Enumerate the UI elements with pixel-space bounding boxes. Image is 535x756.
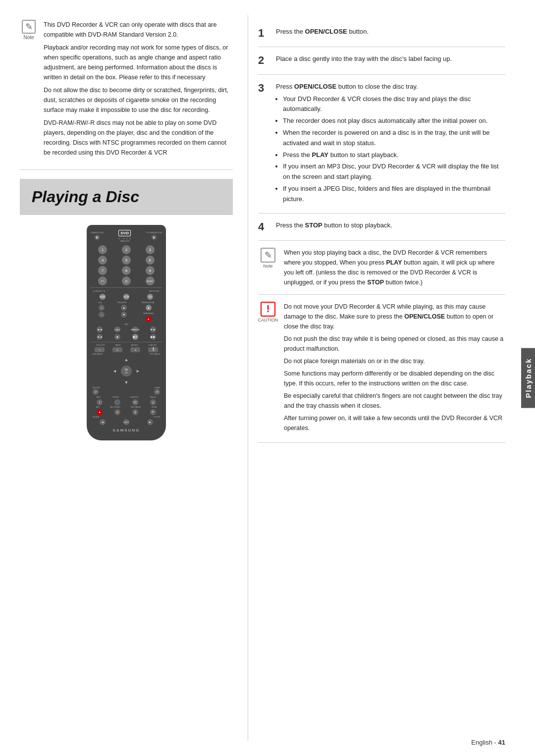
- step-2-content: Place a disc gently into the tray with t…: [276, 54, 452, 67]
- caution-section: ! CAUTION Do not move your DVD Recorder …: [258, 295, 505, 443]
- step-3: 3 Press OPEN/CLOSE button to close the d…: [258, 75, 505, 214]
- caution-icon: ! CAUTION: [258, 302, 278, 435]
- page-separator: -: [492, 739, 498, 746]
- note-mid-section: ✎ Note When you stop playing back a disc…: [258, 241, 505, 295]
- step-3-content: Press OPEN/CLOSE button to close the dis…: [276, 82, 505, 206]
- dvd-logo: DVD: [118, 230, 131, 236]
- page-num: 41: [498, 739, 505, 746]
- note-mid-icon: ✎ Note: [258, 248, 278, 287]
- step-3-bullets: Your DVD Recorder & VCR closes the disc …: [276, 94, 505, 205]
- note-para-4: DVD-RAM/-RW/-R discs may not be able to …: [44, 118, 233, 158]
- remote-number-grid: 1 2 3 4 5 6 7 8 9 IPC 0 AUDIO: [92, 245, 161, 285]
- page-language: English: [471, 739, 492, 746]
- step-1: 1 Press the OPEN/CLOSE button.: [258, 20, 505, 47]
- step-4-content: Press the STOP button to stop playback.: [276, 220, 392, 233]
- remote-control-illustration: STANDBY/ON ⏻ DVD V I D E O SAMSUNG TV ST…: [20, 225, 233, 440]
- note-label-top: Note: [23, 35, 34, 40]
- step-number-4: 4: [258, 220, 269, 233]
- caution-label: CAUTION: [258, 318, 278, 323]
- right-column: 1 Press the OPEN/CLOSE button. 2 Place a…: [248, 15, 535, 741]
- remote-standby-label: STANDBY/ON ⏻: [91, 231, 104, 241]
- note-icon-top: ✎ Note: [20, 20, 38, 161]
- note-para-3: Do not allow the disc to become dirty or…: [44, 85, 233, 115]
- step-1-bold: OPEN/CLOSE: [305, 28, 347, 35]
- note-mid-text: When you stop playing back a disc, the D…: [284, 248, 505, 287]
- playback-sidebar-tab: Playback: [521, 348, 535, 408]
- note-section-top: ✎ Note This DVD Recorder & VCR can only …: [20, 20, 233, 170]
- step-number-3: 3: [258, 82, 269, 206]
- remote-tv-standby: TV STANDBY/ON ⏻: [146, 231, 162, 241]
- remote-control: STANDBY/ON ⏻ DVD V I D E O SAMSUNG TV ST…: [87, 225, 166, 440]
- caution-text: Do not move your DVD Recorder & VCR whil…: [284, 302, 505, 435]
- note-text-top: This DVD Recorder & VCR can only operate…: [44, 20, 233, 161]
- note-para-1: This DVD Recorder & VCR can only operate…: [44, 20, 233, 40]
- remote-samsung-label: SAMSUNG: [91, 428, 162, 432]
- page-number-area: English - 41: [471, 739, 505, 746]
- page-title: Playing a Disc: [32, 188, 221, 206]
- playing-a-disc-title-box: Playing a Disc: [20, 179, 233, 215]
- step-number-1: 1: [258, 27, 269, 40]
- step-number-2: 2: [258, 54, 269, 67]
- note-mid-pencil-icon: ✎: [261, 248, 275, 263]
- note-mid-label: Note: [263, 264, 272, 269]
- step-2: 2 Place a disc gently into the tray with…: [258, 47, 505, 74]
- note-para-2: Playback and/or recording may not work f…: [44, 43, 233, 82]
- note-pencil-icon: ✎: [22, 20, 36, 34]
- step-4: 4 Press the STOP button to stop playback…: [258, 214, 505, 241]
- step-1-content: Press the OPEN/CLOSE button.: [276, 27, 369, 40]
- caution-exclamation-icon: !: [261, 302, 275, 317]
